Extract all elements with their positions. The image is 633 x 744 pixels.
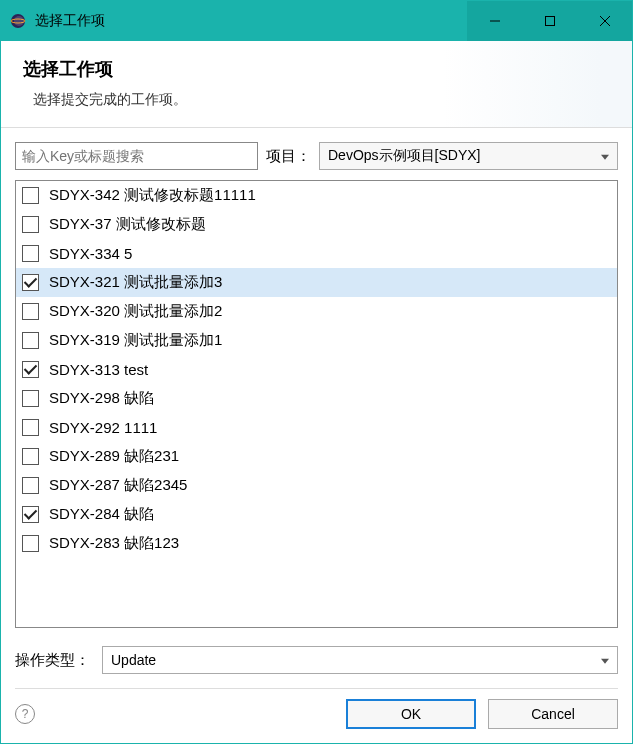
list-item[interactable]: SDYX-319 测试批量添加1 (16, 326, 617, 355)
project-label: 项目： (266, 147, 311, 166)
svg-point-2 (14, 16, 24, 26)
item-text: SDYX-342 测试修改标题11111 (49, 186, 256, 205)
operation-select[interactable]: Update (102, 646, 618, 674)
checkbox[interactable] (22, 390, 39, 407)
checkbox[interactable] (22, 477, 39, 494)
list-item[interactable]: SDYX-287 缺陷2345 (16, 471, 617, 500)
checkbox[interactable] (22, 448, 39, 465)
checkbox[interactable] (22, 187, 39, 204)
checkbox[interactable] (22, 216, 39, 233)
item-text: SDYX-321 测试批量添加3 (49, 273, 222, 292)
item-text: SDYX-283 缺陷123 (49, 534, 179, 553)
work-item-list: SDYX-342 测试修改标题11111SDYX-37 测试修改标题SDYX-3… (15, 180, 618, 628)
project-select[interactable]: DevOps示例项目[SDYX] (319, 142, 618, 170)
operation-row: 操作类型： Update (15, 646, 618, 674)
item-text: SDYX-313 test (49, 361, 148, 378)
item-text: SDYX-289 缺陷231 (49, 447, 179, 466)
help-icon[interactable]: ? (15, 704, 35, 724)
list-scroll-area[interactable]: SDYX-342 测试修改标题11111SDYX-37 测试修改标题SDYX-3… (16, 181, 617, 627)
checkbox[interactable] (22, 274, 39, 291)
item-text: SDYX-319 测试批量添加1 (49, 331, 222, 350)
list-item[interactable]: SDYX-298 缺陷 (16, 384, 617, 413)
list-item[interactable]: SDYX-37 测试修改标题 (16, 210, 617, 239)
cancel-button[interactable]: Cancel (488, 699, 618, 729)
page-title: 选择工作项 (23, 57, 610, 81)
checkbox[interactable] (22, 245, 39, 262)
svg-rect-4 (545, 17, 554, 26)
checkbox[interactable] (22, 361, 39, 378)
checkbox[interactable] (22, 535, 39, 552)
list-item[interactable]: SDYX-321 测试批量添加3 (16, 268, 617, 297)
list-item[interactable]: SDYX-342 测试修改标题11111 (16, 181, 617, 210)
maximize-button[interactable] (522, 1, 577, 41)
item-text: SDYX-287 缺陷2345 (49, 476, 187, 495)
list-item[interactable]: SDYX-313 test (16, 355, 617, 384)
item-text: SDYX-292 1111 (49, 419, 157, 436)
item-text: SDYX-320 测试批量添加2 (49, 302, 222, 321)
list-item[interactable]: SDYX-334 5 (16, 239, 617, 268)
titlebar: 选择工作项 (1, 1, 632, 41)
close-button[interactable] (577, 1, 632, 41)
window-controls (467, 1, 632, 41)
eclipse-icon (9, 12, 27, 30)
list-item[interactable]: SDYX-283 缺陷123 (16, 529, 617, 558)
search-row: 项目： DevOps示例项目[SDYX] (15, 142, 618, 170)
item-text: SDYX-37 测试修改标题 (49, 215, 206, 234)
checkbox[interactable] (22, 419, 39, 436)
dialog-header: 选择工作项 选择提交完成的工作项。 (1, 41, 632, 128)
item-text: SDYX-298 缺陷 (49, 389, 154, 408)
checkbox[interactable] (22, 506, 39, 523)
project-select-value: DevOps示例项目[SDYX] (328, 147, 480, 165)
window-title: 选择工作项 (35, 12, 467, 30)
item-text: SDYX-284 缺陷 (49, 505, 154, 524)
dialog-footer: ? OK Cancel (1, 689, 632, 743)
list-item[interactable]: SDYX-289 缺陷231 (16, 442, 617, 471)
ok-button[interactable]: OK (346, 699, 476, 729)
checkbox[interactable] (22, 332, 39, 349)
operation-label: 操作类型： (15, 651, 90, 670)
checkbox[interactable] (22, 303, 39, 320)
dialog-body: 项目： DevOps示例项目[SDYX] SDYX-342 测试修改标题1111… (1, 128, 632, 688)
list-item[interactable]: SDYX-292 1111 (16, 413, 617, 442)
list-item[interactable]: SDYX-284 缺陷 (16, 500, 617, 529)
dialog-window: 选择工作项 选择工作项 选择提交完成的工作项。 项目： DevOps示例项目[S… (0, 0, 633, 744)
minimize-button[interactable] (467, 1, 522, 41)
search-input[interactable] (15, 142, 258, 170)
page-subtitle: 选择提交完成的工作项。 (23, 91, 610, 109)
operation-select-value: Update (111, 652, 156, 668)
item-text: SDYX-334 5 (49, 245, 132, 262)
list-item[interactable]: SDYX-320 测试批量添加2 (16, 297, 617, 326)
